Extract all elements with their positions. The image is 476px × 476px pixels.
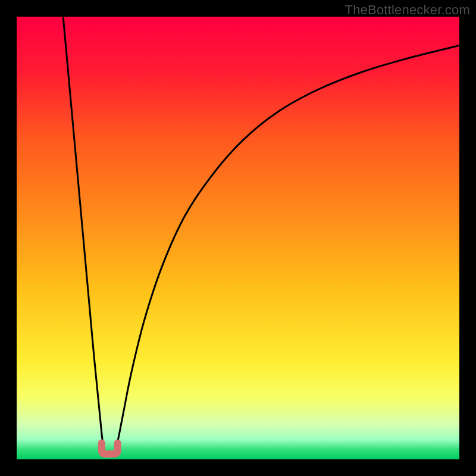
- bottleneck-chart: [17, 17, 459, 459]
- watermark-text: TheBottlenecker.com: [345, 2, 470, 18]
- chart-frame: [17, 17, 459, 459]
